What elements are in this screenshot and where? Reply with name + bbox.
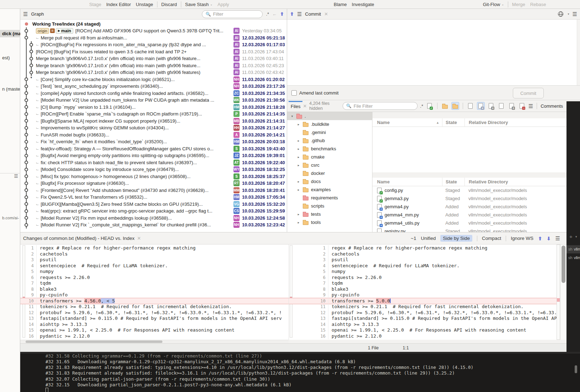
diff-mode-side-by-side[interactable]: Side by Side: [440, 235, 472, 242]
commit-row[interactable]: Merge branch 'gfx906/v0.17.1rc0.x' (vllm…: [20, 55, 287, 62]
sidebar-item[interactable]: est): [0, 54, 20, 61]
commit-row[interactable]: ⌙Fix `hf_override_fn` when it modifies `…: [20, 138, 287, 145]
diff-line[interactable]: 7tqdm: [20, 280, 289, 286]
commit-row[interactable]: ⌙[Model Runner V2] Fix `_compute_slot_ma…: [20, 221, 287, 229]
table-row-config-py[interactable]: ✓config.pyStagedvllm/model_executor/mode…: [372, 186, 566, 194]
diff-line[interactable]: 14aiohttp >= 3.13.3: [20, 322, 289, 328]
commit-row[interactable]: ⌙[Model] Consolidate score logic by intr…: [20, 166, 287, 173]
commit-tab-close-icon[interactable]: ✕: [324, 11, 328, 17]
commit-panel-menu-icon[interactable]: ☰: [297, 11, 302, 17]
commit-row[interactable]: ⌙feat(kv-offload): Strategy A — StoreReu…: [20, 145, 287, 152]
twisty-icon[interactable]: ▸: [297, 188, 300, 192]
diff-line[interactable]: 11tokenizers >= 0.21.1 # Required for fa…: [289, 304, 557, 310]
commit-row[interactable]: Merge branch 'gfx906/v0.17.1rc0.x' (vllm…: [20, 69, 287, 76]
jump-to-head-icon[interactable]: ⬆: [280, 11, 284, 17]
toolbar-button-merge[interactable]: Merge: [510, 2, 528, 7]
file-filter-input[interactable]: [354, 103, 414, 109]
diff-line[interactable]: 6requests >= 2.26.0: [20, 275, 289, 281]
window-menu-icon[interactable]: ☰: [573, 11, 577, 17]
diff-line[interactable]: 7tqdm: [289, 280, 557, 286]
back-arrow-icon[interactable]: ←: [272, 11, 277, 17]
tree-item-tests[interactable]: ▸tests: [287, 210, 372, 218]
diff-line[interactable]: 9py-cpuinfo: [289, 292, 557, 298]
diff-line[interactable]: 16pydantic >= 2.12.0: [20, 333, 289, 339]
commit-row[interactable]: ⌙[Bugfix] Fix processor signature (#3663…: [20, 180, 287, 187]
diff-menu-icon[interactable]: ☰: [555, 236, 560, 241]
diff-mode-compact[interactable]: Compact: [482, 236, 501, 241]
diff-line[interactable]: 5numpy: [20, 269, 289, 275]
diff-line[interactable]: 13fastapi[standard] >= 0.115.0 # Require…: [289, 316, 557, 322]
scrollbar-thumb[interactable]: [26, 340, 162, 343]
show-new-files-icon[interactable]: [467, 102, 474, 110]
tab-comments[interactable]: Comments: [541, 103, 563, 109]
commit-row[interactable]: ⌙[Bugfix] Avoid merging empty-only parti…: [20, 152, 287, 159]
tree-item-buildkite[interactable]: ▸.buildkite: [287, 120, 372, 128]
graph-menu-icon[interactable]: ☰: [23, 11, 28, 17]
diff-line[interactable]: 4sentencepiece # Required for LLaMA toke…: [289, 263, 557, 269]
diff-line[interactable]: 10transformers >= 5.0.0: [289, 298, 557, 304]
commit-row[interactable]: ⌙Merge pull request #8 from ai-infos/mai…: [20, 34, 287, 42]
regex-toggle-icon[interactable]: .*: [266, 11, 269, 17]
diff-line[interactable]: 6requests >= 2.26.0: [289, 275, 557, 281]
tree-item-docker[interactable]: docker: [287, 169, 372, 177]
column-header-state[interactable]: State: [442, 178, 464, 186]
editor-scrollbar[interactable]: [577, 20, 580, 85]
twisty-icon[interactable]: ▸: [297, 139, 300, 143]
commit-row[interactable]: origin=▶main[ROCm] Add AMD GFX906 GPU su…: [20, 27, 287, 34]
diff-horizontal-scrollbar[interactable]: [20, 340, 289, 343]
commit-row[interactable]: ⌙[BUGFIX][Mamba][Qwen3.5] Zero freed SSM…: [20, 201, 287, 208]
commit-row[interactable]: ▼⌙[Core] Simplify core kv-cache blocks i…: [20, 76, 287, 83]
tree-item-root[interactable]: ▾.: [287, 112, 372, 120]
working-tree-row[interactable]: Working Tree/Index (24 staged): [20, 20, 287, 27]
tree-item-requirements[interactable]: requirements: [287, 194, 372, 202]
diff-line[interactable]: 1regex # Replace re for higher-performan…: [20, 245, 289, 251]
twisty-icon[interactable]: ▸: [297, 221, 300, 224]
commit-row[interactable]: ⌙[CI] Bump `mypy` version to 1.19.1 (#36…: [20, 104, 287, 111]
diff-mode-unified[interactable]: Unified: [421, 236, 436, 241]
diff-line[interactable]: 15openai >= 1.99.1, < 2.25.0 # For Respo…: [20, 327, 289, 333]
column-header-name[interactable]: Name▲: [372, 120, 442, 125]
diff-line[interactable]: 11tokenizers >= 0.21.1 # Required for fa…: [20, 304, 289, 310]
diff-line[interactable]: 14aiohttp >= 3.13.3: [289, 322, 557, 328]
diff-line[interactable]: 13fastapi[standard] >= 0.115.0 # Require…: [20, 316, 289, 322]
files-tab-close-icon[interactable]: ✕: [303, 103, 307, 109]
scrollbar-thumb[interactable]: [562, 246, 565, 283]
diff-line[interactable]: 3psutil: [289, 257, 557, 263]
show-unchanged-files-icon[interactable]: [498, 102, 505, 110]
terminal-scrollbar-thumb[interactable]: [575, 365, 577, 373]
terminal-dropdown-icon[interactable]: ▾: [575, 235, 577, 238]
commit-row[interactable]: ⌙[Test] `test_async_scheduling.py` impro…: [20, 83, 287, 90]
commit-button[interactable]: Commit: [513, 88, 544, 98]
commit-row[interactable]: ⌙[compile] Apply stored functorch config…: [20, 90, 287, 97]
tree-item-gemini[interactable]: .gemini: [287, 128, 372, 136]
show-zero-files-icon[interactable]: 0: [508, 102, 516, 110]
tree-item-cmake[interactable]: ▸cmake: [287, 153, 372, 161]
table-row-gemma4-py[interactable]: +gemma4.pyAddedvllm/model_executor/model…: [372, 203, 566, 211]
diff-line[interactable]: 8blake3: [20, 286, 289, 292]
terminal-output[interactable]: #32 31.58 Collecting xgrammar==0.1.29 (f…: [20, 352, 580, 392]
diff-line[interactable]: 8blake3: [289, 286, 557, 292]
diff-line[interactable]: 4sentencepiece # Required for LLaMA toke…: [20, 263, 289, 269]
commit-row[interactable]: ⌙[Misc] fix typo: homogenous-> homogeneo…: [20, 173, 287, 180]
graph-filter-input[interactable]: [213, 11, 259, 17]
diff-line[interactable]: 15openai >= 1.99.1, < 2.25.0 # For Respo…: [289, 327, 557, 333]
sidebar-item[interactable]: b.com/ai-: [0, 214, 20, 222]
column-header-name[interactable]: Name: [372, 179, 442, 184]
files-menu-icon[interactable]: ☰: [528, 103, 533, 109]
toolbar-button-rebase[interactable]: Rebase: [528, 2, 549, 7]
expand-folders-icon[interactable]: [441, 102, 449, 110]
terminal-tab[interactable]: shvllm: [566, 245, 580, 253]
sidebar-item[interactable]: dick (ma: [0, 30, 20, 37]
twisty-icon[interactable]: ▸: [297, 123, 300, 126]
branch-badge-origin[interactable]: origin: [36, 28, 49, 34]
diff-line[interactable]: 9py-cpuinfo: [20, 292, 289, 298]
commit-tab-label[interactable]: Commit: [305, 11, 321, 17]
toolbar-button-discard[interactable]: Discard: [159, 2, 179, 7]
commit-row[interactable]: [ROCm] [BugFix] Fix issues related to qw…: [20, 48, 287, 55]
file-regex-toggle-icon[interactable]: .*: [420, 103, 423, 109]
table-row-gemma4_utils-py[interactable]: +gemma4_utils.pyAddedvllm/model_executor…: [372, 219, 566, 227]
table-row-gemma3-py[interactable]: ✓gemma3.pyStagedvllm/model_executor/mode…: [372, 194, 566, 203]
diff-line[interactable]: 12protobuf >= 5.29.6, !=6.30.*, !=6.31.*…: [289, 310, 557, 316]
twisty-icon[interactable]: ▸: [297, 213, 300, 216]
diff-line[interactable]: 12protobuf >= 5.29.6, !=6.30.*, !=6.31.*…: [20, 310, 289, 316]
